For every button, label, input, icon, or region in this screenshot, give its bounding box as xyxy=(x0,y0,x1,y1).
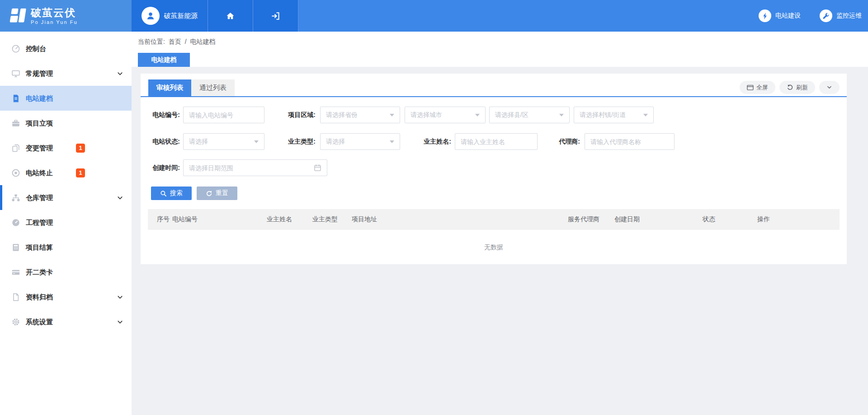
refresh-button[interactable]: 刷新 xyxy=(779,81,815,94)
caret-down-icon xyxy=(254,140,259,143)
page-tab-station-archive[interactable]: 电站建档 xyxy=(138,53,190,67)
sidebar-item-label: 电站建档 xyxy=(26,94,53,103)
caret-down-icon xyxy=(559,114,564,117)
owner-type-select[interactable]: 请选择 xyxy=(320,133,400,150)
sidebar-item-project-settlement[interactable]: 项目结算 xyxy=(0,235,132,260)
province-select[interactable]: 请选择省份 xyxy=(320,107,400,123)
notification-badge: 1 xyxy=(76,144,85,153)
nav-station-build[interactable]: 电站建设 xyxy=(759,9,801,22)
header-nav: 电站建设 监控运维 xyxy=(759,0,862,32)
monitor-icon xyxy=(11,69,20,78)
caret-down-icon xyxy=(390,114,394,117)
sidebar-item-console[interactable]: 控制台 xyxy=(0,36,132,61)
content-card: 审核列表 通过列表 全屏 刷新 xyxy=(141,74,847,264)
app-screen: 破茧云伏 Po Jian Yun Fu 破茧新能源 xyxy=(0,0,868,415)
sidebar-item-label: 系统设置 xyxy=(26,317,53,326)
city-select[interactable]: 请选择城市 xyxy=(405,107,486,123)
sidebar-item-open-class2-card[interactable]: 开二类卡 xyxy=(0,260,132,284)
caret-down-icon xyxy=(390,140,394,143)
breadcrumb-strip xyxy=(132,32,868,67)
station-code-input[interactable] xyxy=(183,107,264,123)
col-service-agent: 服务代理商 xyxy=(568,215,614,224)
agent-input[interactable] xyxy=(585,133,675,150)
avatar xyxy=(142,7,160,25)
collapse-button[interactable] xyxy=(819,81,840,94)
village-placeholder: 请选择村镇/街道 xyxy=(580,111,626,119)
lightning-icon xyxy=(759,9,771,22)
sidebar-item-label: 仓库管理 xyxy=(26,193,53,202)
province-placeholder: 请选择省份 xyxy=(326,111,358,119)
search-button[interactable]: 搜索 xyxy=(151,187,192,200)
gear-icon xyxy=(11,317,20,326)
briefcase-icon xyxy=(11,119,20,128)
sidebar-item-label: 常规管理 xyxy=(26,69,53,78)
document-icon xyxy=(11,94,20,103)
sidebar-item-warehouse-mgmt[interactable]: 仓库管理 xyxy=(0,185,132,210)
company-name: 破茧新能源 xyxy=(164,12,198,20)
home-icon xyxy=(226,11,235,21)
sidebar-item-station-archive[interactable]: 电站建档 xyxy=(0,86,132,111)
sidebar-item-general-mgmt[interactable]: 常规管理 xyxy=(0,61,132,86)
chevron-down-icon xyxy=(826,84,832,90)
tab-passed-list[interactable]: 通过列表 xyxy=(191,79,235,96)
owner-type-placeholder: 请选择 xyxy=(326,138,345,146)
sidebar: 控制台 常规管理 电站建档 xyxy=(0,32,132,415)
record-icon xyxy=(11,168,20,177)
reset-label: 重置 xyxy=(216,189,228,197)
date-range-input[interactable] xyxy=(183,159,327,176)
brand-name: 破茧云伏 xyxy=(31,7,78,19)
col-status: 状态 xyxy=(703,215,757,224)
caret-down-icon xyxy=(643,114,648,117)
county-placeholder: 请选择县/区 xyxy=(495,111,528,119)
fullscreen-button[interactable]: 全屏 xyxy=(740,81,775,94)
nav-station-build-label: 电站建设 xyxy=(775,12,801,20)
reset-button[interactable]: 重置 xyxy=(197,187,237,200)
owner-name-label: 业主姓名: xyxy=(412,133,451,150)
tab-review-list[interactable]: 审核列表 xyxy=(148,79,191,96)
sidebar-item-station-terminate[interactable]: 电站终止 1 xyxy=(0,160,132,185)
sidebar-item-system-settings[interactable]: 系统设置 xyxy=(0,309,132,334)
archive-icon xyxy=(11,293,20,302)
nav-monitor-ops-label: 监控运维 xyxy=(836,12,862,20)
sitemap-icon xyxy=(11,193,20,202)
person-icon xyxy=(146,11,156,21)
sidebar-item-data-archive[interactable]: 资料归档 xyxy=(0,284,132,309)
city-placeholder: 请选择城市 xyxy=(410,111,442,119)
brand-text: 破茧云伏 Po Jian Yun Fu xyxy=(31,7,78,25)
brand-logo-icon xyxy=(6,5,27,26)
chevron-down-icon xyxy=(117,70,123,77)
breadcrumb-separator: / xyxy=(185,38,187,45)
sidebar-item-label: 项目结算 xyxy=(26,243,53,252)
region-label: 项目区域: xyxy=(276,107,316,123)
breadcrumb-home[interactable]: 首页 xyxy=(169,38,181,45)
copy-icon xyxy=(11,144,20,153)
notification-badge: 1 xyxy=(76,168,85,177)
sidebar-item-project-init[interactable]: 项目立项 xyxy=(0,111,132,135)
chevron-down-icon xyxy=(117,194,123,201)
tab-underline xyxy=(141,96,847,97)
breadcrumb-prefix: 当前位置: xyxy=(138,38,165,45)
brand-logo[interactable]: 破茧云伏 Po Jian Yun Fu xyxy=(0,0,132,32)
sidebar-item-label: 控制台 xyxy=(26,44,46,53)
owner-name-input[interactable] xyxy=(455,133,538,150)
table-empty-text: 无数据 xyxy=(148,230,840,264)
county-select[interactable]: 请选择县/区 xyxy=(489,107,570,123)
home-button[interactable] xyxy=(208,0,253,32)
wrench-icon xyxy=(820,9,832,22)
col-owner-name: 业主姓名 xyxy=(267,215,312,224)
user-menu[interactable]: 破茧新能源 xyxy=(132,0,208,32)
sidebar-item-change-mgmt[interactable]: 变更管理 1 xyxy=(0,135,132,160)
sidebar-item-engineering-mgmt[interactable]: 工程管理 xyxy=(0,210,132,235)
logout-button[interactable] xyxy=(253,0,298,32)
col-create-date: 创建日期 xyxy=(614,215,703,224)
card-toolbar: 全屏 刷新 xyxy=(740,81,840,94)
agent-label: 代理商: xyxy=(541,133,580,150)
table-header: 序号 电站编号 业主姓名 业主类型 项目地址 服务代理商 创建日期 状态 操作 xyxy=(148,209,840,230)
chevron-down-icon xyxy=(117,318,123,325)
nav-monitor-ops[interactable]: 监控运维 xyxy=(820,9,862,22)
village-select[interactable]: 请选择村镇/街道 xyxy=(574,107,654,123)
create-time-label: 创建时间: xyxy=(141,159,180,176)
station-status-placeholder: 请选择 xyxy=(189,138,208,146)
station-status-select[interactable]: 请选择 xyxy=(183,133,264,150)
sidebar-item-label: 工程管理 xyxy=(26,218,53,227)
